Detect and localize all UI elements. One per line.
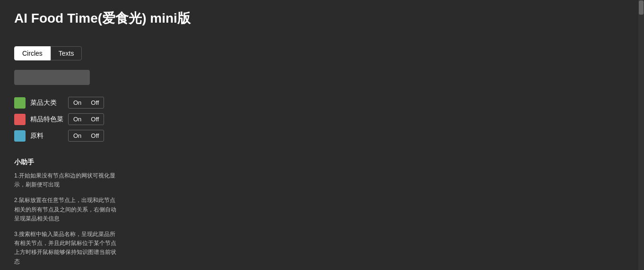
- helper-section: 小助手 1.开始如果没有节点和边的网状可视化显示，刷新便可出现 2.鼠标放置在任…: [0, 153, 644, 270]
- search-bar-container: [0, 65, 644, 94]
- legend-section: 菜品大类 On Off 精品特色菜 On Off 原料 On Off: [0, 94, 644, 153]
- helper-item-1: 2.鼠标放置在任意节点上，出现和此节点相关的所有节点及之间的关系，右侧自动呈现菜…: [14, 196, 118, 223]
- legend-item-category: 菜品大类 On Off: [14, 97, 630, 109]
- legend-label-ingredient: 原料: [30, 132, 63, 140]
- toggle-off-ingredient[interactable]: Off: [86, 130, 104, 141]
- helper-item-0: 1.开始如果没有节点和边的网状可视化显示，刷新便可出现: [14, 171, 118, 189]
- toggle-on-featured[interactable]: On: [69, 114, 86, 125]
- toggle-group-category: On Off: [68, 97, 104, 109]
- scrollbar-thumb[interactable]: [639, 0, 644, 15]
- toggle-on-ingredient[interactable]: On: [69, 130, 86, 141]
- search-input[interactable]: [14, 70, 90, 85]
- legend-item-ingredient: 原料 On Off: [14, 130, 630, 142]
- helper-item-2: 3.搜索框中输入菜品名称，呈现此菜品所有相关节点，并且此时鼠标位于某个节点上方时…: [14, 230, 118, 266]
- tab-texts[interactable]: Texts: [51, 46, 82, 60]
- scrollbar[interactable]: [638, 0, 644, 270]
- tabs-container: Circles Texts: [0, 46, 644, 60]
- legend-label-featured: 精品特色菜: [30, 115, 63, 124]
- legend-item-featured: 精品特色菜 On Off: [14, 113, 630, 125]
- legend-label-category: 菜品大类: [30, 99, 63, 107]
- legend-color-ingredient: [14, 130, 26, 142]
- helper-title: 小助手: [14, 158, 630, 167]
- legend-color-category: [14, 97, 26, 109]
- toggle-group-featured: On Off: [68, 113, 104, 125]
- app-container: AI Food Time(爱食光) mini版 Circles Texts 菜品…: [0, 0, 644, 270]
- toggle-off-category[interactable]: Off: [86, 97, 104, 108]
- toggle-off-featured[interactable]: Off: [86, 114, 104, 125]
- toggle-group-ingredient: On Off: [68, 130, 104, 142]
- app-title: AI Food Time(爱食光) mini版: [0, 0, 644, 46]
- legend-color-featured: [14, 114, 26, 125]
- tab-circles[interactable]: Circles: [14, 46, 51, 60]
- toggle-on-category[interactable]: On: [69, 97, 86, 108]
